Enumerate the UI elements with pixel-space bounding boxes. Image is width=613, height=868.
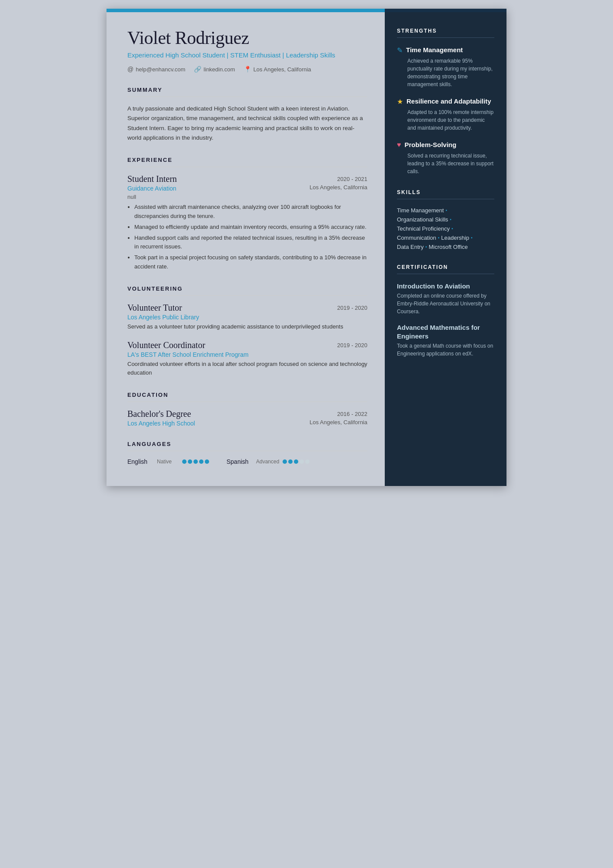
strength-header-0: ✎ Time Management	[397, 46, 494, 54]
education-entry-header: Bachelor's Degree 2016 - 2022	[127, 409, 367, 419]
skill-row-4: Data Entry • Microsoft Office	[397, 244, 494, 250]
cert-item-1: Advanced Mathematics for Engineers Took …	[397, 323, 494, 358]
entry-location: Los Angeles, California	[310, 184, 367, 192]
education-degree: Bachelor's Degree	[127, 409, 191, 419]
volunteer-title-1: Volunteer Coordinator	[127, 340, 205, 350]
volunteer-entry-header-0: Volunteer Tutor 2019 - 2020	[127, 303, 367, 313]
experience-title: EXPERIENCE	[127, 157, 367, 167]
strength-title-0: Time Management	[406, 46, 463, 54]
spanish-name: Spanish	[227, 458, 253, 465]
skills-section: SKILLS Time Management • Organizational …	[397, 189, 494, 250]
dot	[182, 459, 187, 464]
strength-problem-solving: ♥ Problem-Solving Solved a recurring tec…	[397, 141, 494, 175]
strength-desc-1: Adapted to a 100% remote internship envi…	[407, 108, 494, 132]
english-dots	[182, 459, 209, 464]
dot	[193, 459, 198, 464]
left-column: Violet Rodriguez Experienced High School…	[107, 9, 385, 486]
skill-name-0: Time Management	[397, 207, 444, 214]
skill-dot-1: •	[450, 217, 452, 222]
cert-desc-1: Took a general Math course with focus on…	[397, 342, 494, 358]
english-name: English	[127, 458, 153, 465]
entry-sub-row: Guidance Aviation Los Angeles, Californi…	[127, 184, 367, 192]
location-icon: 📍	[244, 66, 251, 73]
languages-section: LANGUAGES English Native	[127, 441, 367, 469]
education-school: Los Angeles High School	[127, 420, 195, 427]
dot	[300, 459, 304, 464]
skill-name-3a: Communication	[397, 235, 436, 241]
skill-dot-2: •	[451, 226, 453, 231]
education-section: EDUCATION Bachelor's Degree 2016 - 2022 …	[127, 392, 367, 427]
entry-job-title: Student Intern	[127, 174, 177, 184]
candidate-name: Violet Rodriguez	[127, 28, 367, 48]
bullet-1: Managed to efficiently update and mainta…	[134, 223, 367, 232]
skill-dot-3b: •	[471, 235, 473, 240]
star-icon: ★	[397, 97, 403, 106]
strength-desc-0: Achieved a remarkable 95% punctuality ra…	[407, 57, 494, 88]
volunteer-desc-0: Served as a volunteer tutor providing ac…	[127, 322, 367, 332]
skill-name-3b: Leadership	[441, 235, 469, 241]
dot	[199, 459, 203, 464]
volunteer-entry-0: Volunteer Tutor 2019 - 2020 Los Angeles …	[127, 303, 367, 332]
strength-resilience: ★ Resilience and Adaptability Adapted to…	[397, 97, 494, 132]
candidate-tagline: Experienced High School Student | STEM E…	[127, 50, 367, 60]
bullet-0: Assisted with aircraft maintenance check…	[134, 203, 367, 221]
entry-bullets: Assisted with aircraft maintenance check…	[127, 203, 367, 271]
strength-title-2: Problem-Solving	[405, 141, 456, 149]
cert-item-0: Introduction to Aviation Completed an on…	[397, 282, 494, 316]
strength-time-management: ✎ Time Management Achieved a remarkable …	[397, 46, 494, 88]
languages-row: English Native Spanish Advanced	[127, 458, 367, 469]
skill-name-1: Organizational Skills	[397, 216, 448, 223]
dot	[205, 459, 209, 464]
education-entry-0: Bachelor's Degree 2016 - 2022 Los Angele…	[127, 409, 367, 427]
linkedin-icon: 🔗	[194, 66, 201, 73]
skill-dot-3a: •	[438, 235, 440, 240]
english-level: Native	[157, 459, 179, 465]
dot	[294, 459, 298, 464]
skill-name-4a: Data Entry	[397, 244, 423, 250]
education-location: Los Angeles, California	[310, 419, 367, 427]
skill-dot-4a: •	[425, 245, 427, 249]
strength-header-2: ♥ Problem-Solving	[397, 141, 494, 149]
linkedin-text: linkedin.com	[203, 66, 235, 73]
volunteering-section: VOLUNTEERING Volunteer Tutor 2019 - 2020…	[127, 285, 367, 378]
volunteer-date-1: 2019 - 2020	[337, 340, 367, 349]
volunteer-date-0: 2019 - 2020	[337, 303, 367, 311]
dot	[305, 459, 310, 464]
volunteer-company-0: Los Angeles Public Library	[127, 314, 367, 321]
cert-name-1: Advanced Mathematics for Engineers	[397, 323, 494, 340]
volunteer-title-0: Volunteer Tutor	[127, 303, 182, 313]
entry-header: Student Intern 2020 - 2021	[127, 174, 367, 184]
bullet-2: Handled support calls and reported the r…	[134, 234, 367, 252]
contact-row: @ help@enhancv.com 🔗 linkedin.com 📍 Los …	[127, 66, 367, 73]
pencil-icon: ✎	[397, 46, 403, 54]
email-contact: @ help@enhancv.com	[127, 66, 185, 73]
language-english: English Native	[127, 458, 209, 465]
heart-icon: ♥	[397, 141, 401, 149]
dot	[188, 459, 192, 464]
cert-name-0: Introduction to Aviation	[397, 282, 494, 291]
experience-entry-0: Student Intern 2020 - 2021 Guidance Avia…	[127, 174, 367, 271]
strength-desc-2: Solved a recurring technical issue, lead…	[407, 152, 494, 175]
education-sub-row: Los Angeles High School Los Angeles, Cal…	[127, 419, 367, 427]
spanish-dots	[283, 459, 310, 464]
entry-company: Guidance Aviation	[127, 185, 177, 192]
volunteer-entry-header-1: Volunteer Coordinator 2019 - 2020	[127, 340, 367, 350]
skill-name-2: Technical Proficiency	[397, 225, 450, 232]
education-title: EDUCATION	[127, 392, 367, 402]
certification-section: CERTIFICATION Introduction to Aviation C…	[397, 264, 494, 358]
skills-title: SKILLS	[397, 189, 494, 199]
skill-name-4b: Microsoft Office	[429, 244, 468, 250]
strengths-section: STRENGTHS ✎ Time Management Achieved a r…	[397, 28, 494, 175]
cert-desc-0: Completed an online course offered by Em…	[397, 292, 494, 315]
skill-dot-0: •	[446, 208, 447, 213]
email-text: help@enhancv.com	[136, 66, 185, 73]
summary-title: SUMMARY	[127, 87, 367, 97]
bullet-3: Took part in a special project focusing …	[134, 253, 367, 271]
languages-title: LANGUAGES	[127, 441, 367, 451]
top-accent-bar	[107, 9, 385, 12]
strengths-title: STRENGTHS	[397, 28, 494, 38]
resume-page: Violet Rodriguez Experienced High School…	[107, 9, 506, 486]
experience-section: EXPERIENCE Student Intern 2020 - 2021 Gu…	[127, 157, 367, 271]
education-date: 2016 - 2022	[337, 409, 367, 417]
certification-title: CERTIFICATION	[397, 264, 494, 274]
